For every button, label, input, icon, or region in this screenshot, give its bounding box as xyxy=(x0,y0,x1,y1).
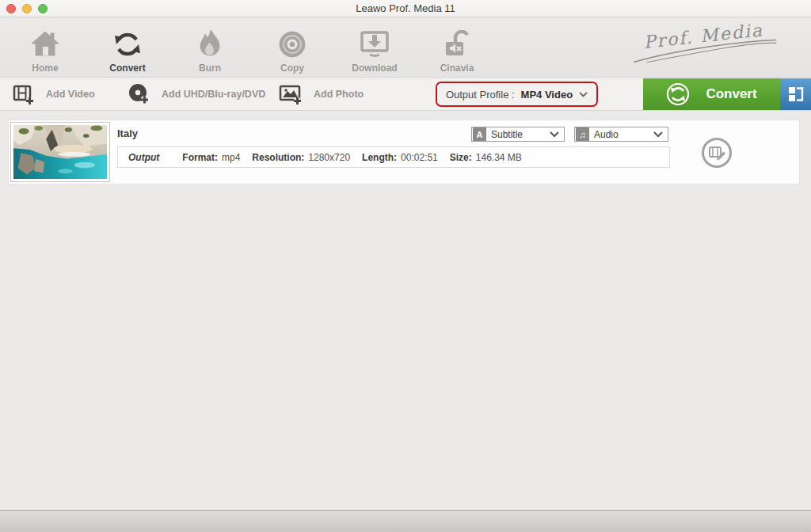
add-photo-label: Add Photo xyxy=(314,89,364,100)
add-disc-button[interactable]: Add UHD/Blu-ray/DVD xyxy=(128,78,265,110)
home-icon xyxy=(30,28,60,61)
convert-button-label: Convert xyxy=(706,86,756,102)
edit-video-button[interactable] xyxy=(701,137,733,169)
output-length: Length: 00:02:51 xyxy=(362,152,438,163)
media-title: Italy xyxy=(117,127,138,139)
chevron-down-icon xyxy=(653,131,663,138)
add-disc-icon xyxy=(128,83,150,105)
output-profile-dropdown[interactable]: Output Profile : MP4 Video xyxy=(436,82,598,107)
nav-label: Convert xyxy=(109,63,145,74)
nav-home[interactable]: Home xyxy=(4,25,86,74)
chevron-down-icon xyxy=(550,131,559,138)
action-bar: Add Video Add UHD/Blu-ray/DVD xyxy=(0,78,811,111)
add-video-button[interactable]: Add Video xyxy=(13,78,95,110)
convert-button-icon xyxy=(666,82,690,106)
chevron-down-icon xyxy=(579,92,588,97)
audio-dropdown[interactable]: ♫ Audio xyxy=(574,127,668,142)
traffic-lights xyxy=(6,4,48,13)
output-profile-value: MP4 Video xyxy=(521,89,573,101)
panel-toggle-icon xyxy=(787,86,805,103)
brand-logo: Prof. Media xyxy=(627,18,780,65)
window-title: Leawo Prof. Media 11 xyxy=(356,2,455,14)
nav-copy[interactable]: Copy xyxy=(251,25,333,74)
close-button[interactable] xyxy=(6,4,16,13)
output-resolution: Resolution: 1280x720 xyxy=(252,152,350,163)
nav-burn[interactable]: Burn xyxy=(169,25,251,74)
status-bar xyxy=(0,510,811,532)
add-video-icon xyxy=(13,83,35,105)
main-toolbar: Home Convert Burn xyxy=(0,18,811,78)
nav-label: Download xyxy=(352,63,397,74)
nav-label: Home xyxy=(32,63,58,74)
copy-icon xyxy=(278,28,307,61)
download-icon xyxy=(360,28,390,61)
convert-button[interactable]: Convert xyxy=(643,78,780,110)
audio-badge-icon: ♫ xyxy=(576,127,589,141)
convert-icon xyxy=(113,28,142,61)
burn-icon xyxy=(198,28,222,61)
nav-label: Burn xyxy=(199,63,221,74)
minimize-button[interactable] xyxy=(22,4,32,13)
cinavia-icon xyxy=(444,28,470,61)
add-photo-button[interactable]: Add Photo xyxy=(279,78,364,110)
nav-convert[interactable]: Convert xyxy=(86,25,169,74)
output-format: Format: mp4 xyxy=(182,152,240,163)
add-video-label: Add Video xyxy=(46,89,95,100)
nav-label: Cinavia xyxy=(440,63,474,74)
media-item-row[interactable]: Italy A Subtitle ♫ Audio Output Format: … xyxy=(8,120,800,184)
nav-label: Copy xyxy=(280,63,304,74)
output-heading: Output xyxy=(128,152,159,163)
app-window: Leawo Prof. Media 11 Home xyxy=(0,0,811,532)
panel-toggle-button[interactable] xyxy=(780,78,811,110)
zoom-button[interactable] xyxy=(38,4,48,13)
subtitle-badge-icon: A xyxy=(473,127,486,141)
subtitle-dropdown[interactable]: A Subtitle xyxy=(471,127,565,142)
add-photo-icon xyxy=(279,83,303,105)
audio-dropdown-value: Audio xyxy=(594,129,653,140)
nav-download[interactable]: Download xyxy=(333,25,416,74)
video-thumbnail xyxy=(10,122,110,182)
output-profile-label: Output Profile : xyxy=(446,89,515,101)
output-info-box: Output Format: mp4 Resolution: 1280x720 … xyxy=(117,146,670,168)
nav-cinavia[interactable]: Cinavia xyxy=(416,25,498,74)
add-disc-label: Add UHD/Blu-ray/DVD xyxy=(162,89,265,100)
output-size: Size: 146.34 MB xyxy=(450,152,522,163)
titlebar: Leawo Prof. Media 11 xyxy=(0,0,811,17)
subtitle-dropdown-value: Subtitle xyxy=(491,129,550,140)
